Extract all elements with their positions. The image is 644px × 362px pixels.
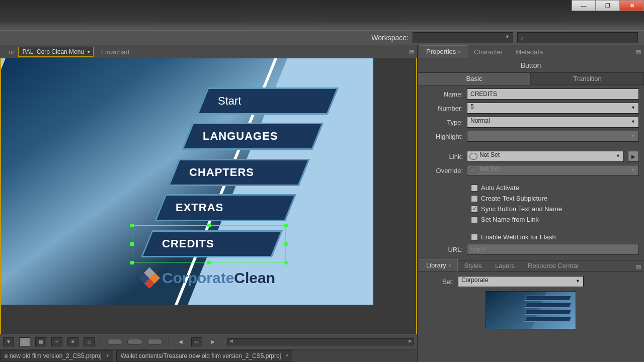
sync-text-checkbox[interactable]: ✓ [471, 206, 478, 213]
tool-icon[interactable]: ✧ [51, 337, 62, 346]
window-close-button[interactable]: ✕ [620, 0, 644, 11]
set-name-link-label: Set Name from Link [481, 216, 539, 223]
selection-outline [132, 225, 286, 262]
logo-diamond-icon [139, 267, 160, 289]
subtab-basic[interactable]: Basic [418, 72, 531, 85]
tab-styles[interactable]: Styles [458, 259, 489, 272]
enable-weblink-checkbox[interactable] [471, 234, 478, 241]
tool-icon[interactable]: ▦ [35, 337, 46, 346]
dvd-button-chapters[interactable]: CHAPTERS [168, 159, 310, 186]
selection-handle[interactable] [207, 224, 211, 227]
workspace-label: Workspace: [371, 34, 409, 42]
project-tab[interactable]: e new old film version_2_CS5.prproj [0, 350, 113, 361]
selection-handle[interactable] [130, 261, 134, 264]
link-label: Link: [423, 153, 463, 160]
selection-handle[interactable] [207, 261, 211, 264]
menubar-area [0, 0, 644, 30]
auto-activate-label: Auto Activate [481, 184, 519, 192]
search-input[interactable]: ⌕ [517, 32, 638, 43]
dvd-button-extras[interactable]: EXTRAS [154, 194, 296, 221]
override-pickwhip-icon [469, 167, 477, 174]
link-play-button[interactable]: ▶ [628, 151, 639, 162]
set-select[interactable]: Corporate [458, 276, 584, 287]
panel-object-type: Button [418, 58, 644, 72]
url-label: URL: [423, 246, 463, 253]
safe-area-toggle[interactable]: ▭ [19, 337, 30, 346]
link-pickwhip-icon[interactable] [469, 153, 477, 160]
set-name-link-checkbox[interactable] [471, 216, 478, 223]
document-dropdown[interactable]: PAL_Corp Clean Menu [18, 47, 94, 57]
menu-canvas[interactable]: Start LANGUAGES CHAPTERS EXTRAS CREDITS … [0, 58, 417, 334]
enable-weblink-label: Enable WebLink for Flash [481, 233, 556, 241]
panel-menu-icon[interactable]: ▤ [636, 263, 641, 270]
tab-layers[interactable]: Layers [489, 259, 521, 272]
workspace-select[interactable] [413, 32, 513, 43]
close-icon[interactable]: × [458, 49, 461, 55]
library-thumbnail[interactable] [486, 291, 576, 329]
tab-properties[interactable]: Properties× [420, 45, 467, 58]
next-icon[interactable]: ▶ [207, 337, 218, 346]
subtab-transition[interactable]: Transition [531, 72, 644, 85]
corporate-clean-logo: CorporateClean [142, 269, 275, 287]
create-subpicture-checkbox[interactable] [471, 195, 478, 202]
dvd-button-start[interactable]: Start [197, 87, 339, 115]
tool-icon[interactable]: ≡ [67, 337, 78, 346]
search-icon: ⌕ [521, 34, 525, 42]
properties-tabbar: Properties× Character Metadata ▤ [418, 45, 644, 58]
number-label: Number: [423, 105, 463, 112]
library-tabbar: Library× Styles Layers Resource Central … [418, 260, 644, 272]
tool-icon[interactable]: ≣ [84, 337, 95, 346]
close-icon[interactable]: × [448, 263, 451, 268]
selection-handle[interactable] [130, 242, 134, 246]
number-select[interactable]: 5 [467, 103, 639, 114]
override-select: Not Set [467, 165, 639, 176]
override-label: Override: [423, 167, 463, 174]
window-maximize-button[interactable]: ❐ [596, 0, 620, 11]
sync-text-label: Sync Button Text and Name [481, 205, 562, 213]
type-label: Type: [423, 119, 463, 126]
horizontal-scrollbar[interactable] [227, 338, 414, 345]
name-field[interactable] [467, 88, 639, 100]
prev-icon[interactable]: ◀ [175, 337, 186, 346]
type-select[interactable]: Normal [467, 117, 639, 128]
url-field [467, 244, 639, 255]
set-label: Set: [424, 278, 454, 286]
window-minimize-button[interactable]: — [572, 0, 596, 11]
tab-flowchart[interactable]: Flowchart [95, 46, 136, 58]
button-shape-pill[interactable] [147, 339, 163, 345]
panel-menu-icon[interactable]: ▤ [409, 48, 414, 55]
selection-handle[interactable] [284, 224, 288, 227]
selection-handle[interactable] [284, 261, 288, 264]
highlight-label: Highlight: [423, 133, 463, 140]
panel-menu-icon[interactable]: ▤ [636, 48, 641, 55]
auto-activate-checkbox[interactable] [471, 185, 478, 192]
button-shape-pill[interactable] [107, 339, 122, 345]
preview-icon[interactable]: ▭ [191, 337, 202, 346]
zoom-dropdown[interactable]: ▼ [3, 337, 14, 346]
canvas-toolbar: ▼ ▭ ▦ ✧ ≡ ≣ ◀ ▭ ▶ [0, 334, 417, 349]
tab-metadata[interactable]: Metadata [509, 46, 549, 58]
tab-character[interactable]: Character [467, 46, 509, 58]
project-tab[interactable]: Wallet contents/Treasure new old film ve… [116, 350, 293, 361]
selection-handle[interactable] [130, 224, 134, 227]
highlight-select: -- [467, 131, 639, 142]
project-tab-row: e new old film version_2_CS5.prproj Wall… [0, 349, 417, 362]
selection-handle[interactable] [284, 242, 288, 246]
button-shape-pill[interactable] [127, 339, 142, 345]
tab-library[interactable]: Library× [420, 259, 458, 272]
dvd-button-languages[interactable]: LANGUAGES [182, 123, 324, 150]
name-label: Name: [423, 90, 463, 98]
create-subpicture-label: Create Text Subpicture [481, 195, 547, 202]
editor-tabbar: or PAL_Corp Clean Menu Flowchart ▤ [0, 45, 417, 58]
tab-editor-prev[interactable]: or [2, 46, 17, 58]
tab-resource-central[interactable]: Resource Central [521, 259, 585, 272]
link-select[interactable]: Not Set [467, 151, 624, 162]
